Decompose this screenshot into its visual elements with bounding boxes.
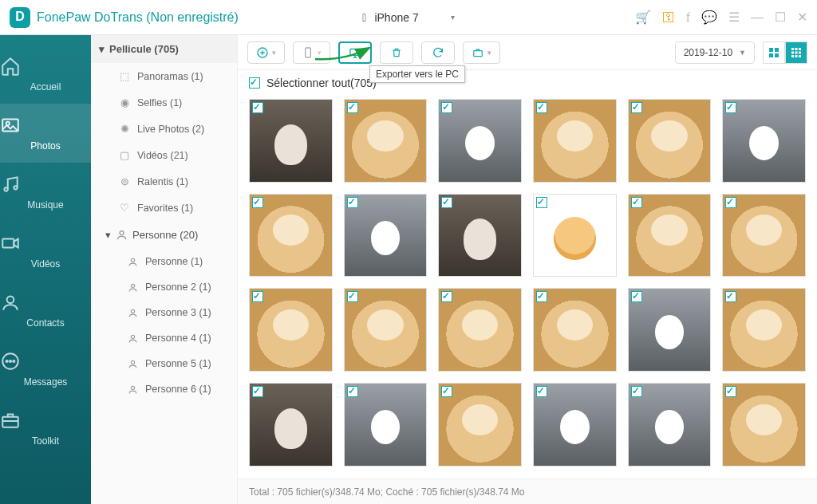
caret-down-icon: ▾ xyxy=(105,229,111,241)
select-all-label: Sélectionner tout(705) xyxy=(266,77,377,89)
folder-header-label: Pellicule (705) xyxy=(109,43,179,55)
photo-thumbnail[interactable] xyxy=(438,194,522,278)
device-selector[interactable]:  iPhone 7 ▾ xyxy=(322,7,495,28)
folder-item-person[interactable]: Personne 3 (1) xyxy=(91,300,237,325)
maximize-icon[interactable]: ☐ xyxy=(775,10,786,25)
thumb-checkbox[interactable] xyxy=(441,291,452,302)
sidebar-item-toolkit[interactable]: Toolkit xyxy=(0,399,91,458)
folder-item[interactable]: ▢Vidéos (21) xyxy=(91,142,237,168)
svg-point-15 xyxy=(131,335,134,338)
thumb-checkbox[interactable] xyxy=(347,197,358,208)
folder-item-person[interactable]: Personne (1) xyxy=(91,249,237,274)
photo-thumbnail[interactable] xyxy=(344,194,428,278)
thumb-checkbox[interactable] xyxy=(536,102,547,113)
thumb-checkbox[interactable] xyxy=(441,197,452,208)
view-large-button[interactable] xyxy=(763,41,785,64)
delete-button[interactable] xyxy=(380,41,413,64)
feedback-icon[interactable]: 💬 xyxy=(701,10,717,25)
thumb-checkbox[interactable] xyxy=(631,291,642,302)
minimize-icon[interactable]: — xyxy=(751,10,764,25)
thumb-checkbox[interactable] xyxy=(347,102,358,113)
svg-rect-27 xyxy=(795,48,798,50)
photo-thumbnail[interactable] xyxy=(722,194,806,278)
photo-thumbnail[interactable] xyxy=(438,383,522,467)
sidebar-item-home[interactable]: Accueil xyxy=(0,45,91,104)
thumb-checkbox[interactable] xyxy=(631,102,642,113)
toolbox-button[interactable]: ▾ xyxy=(463,41,500,64)
photo-thumbnail[interactable] xyxy=(533,383,617,467)
select-all-checkbox[interactable] xyxy=(249,77,260,89)
photo-thumbnail[interactable] xyxy=(628,288,712,372)
thumb-checkbox[interactable] xyxy=(631,386,642,397)
folder-header-pellicule[interactable]: ▾ Pellicule (705) xyxy=(91,35,237,63)
photo-thumbnail[interactable] xyxy=(628,383,712,467)
close-icon[interactable]: ✕ xyxy=(797,10,807,25)
folder-item[interactable]: ♡Favorites (1) xyxy=(91,195,237,221)
folder-item-person[interactable]: Personne 6 (1) xyxy=(91,376,237,402)
date-picker[interactable]: 2019-12-10 ▼ xyxy=(675,41,755,64)
svg-rect-22 xyxy=(769,48,773,52)
photo-thumbnail[interactable] xyxy=(438,288,522,372)
photo-thumbnail[interactable] xyxy=(249,99,333,183)
folder-header-personne[interactable]: ▾ Personne (20) xyxy=(91,221,237,249)
photo-thumbnail[interactable] xyxy=(533,288,617,372)
sidebar-item-contact[interactable]: Contacts xyxy=(0,281,91,340)
svg-rect-33 xyxy=(795,55,798,57)
folder-item-person[interactable]: Personne 4 (1) xyxy=(91,325,237,351)
refresh-button[interactable] xyxy=(421,41,455,64)
photo-thumbnail[interactable] xyxy=(344,99,428,183)
thumb-checkbox[interactable] xyxy=(347,386,358,397)
thumb-checkbox[interactable] xyxy=(252,386,263,397)
folder-item-label: Selfies (1) xyxy=(137,97,182,108)
svg-rect-21 xyxy=(474,50,483,56)
thumb-checkbox[interactable] xyxy=(725,386,736,397)
photo-thumbnail[interactable] xyxy=(249,194,333,278)
thumb-checkbox[interactable] xyxy=(536,197,547,208)
folder-item[interactable]: ◉Selfies (1) xyxy=(91,89,237,116)
photo-thumbnail[interactable] xyxy=(533,99,617,183)
menu-icon[interactable]: ☰ xyxy=(728,10,740,25)
thumb-checkbox[interactable] xyxy=(252,102,263,113)
photo-thumbnail[interactable] xyxy=(533,194,617,278)
thumb-checkbox[interactable] xyxy=(536,386,547,397)
photo-thumbnail[interactable] xyxy=(249,288,333,372)
sidebar-item-message[interactable]: Messages xyxy=(0,340,91,399)
export-pc-tooltip: Exporter vers le PC xyxy=(369,65,465,83)
photo-thumbnail[interactable] xyxy=(628,99,712,183)
photo-thumbnail[interactable] xyxy=(344,383,428,467)
thumb-checkbox[interactable] xyxy=(725,291,736,302)
photo-thumbnail[interactable] xyxy=(249,383,333,467)
photo-thumbnail[interactable] xyxy=(438,99,522,183)
thumb-checkbox[interactable] xyxy=(631,197,642,208)
thumb-checkbox[interactable] xyxy=(347,291,358,302)
add-button[interactable]: ▾ xyxy=(247,41,285,64)
folder-item[interactable]: ⊚Ralentis (1) xyxy=(91,168,237,195)
export-pc-button[interactable] xyxy=(338,41,372,64)
thumb-checkbox[interactable] xyxy=(252,197,263,208)
photo-thumbnail[interactable] xyxy=(722,383,806,467)
folder-item-person[interactable]: Personne 5 (1) xyxy=(91,351,237,376)
export-device-button[interactable]: ▾ xyxy=(293,41,330,64)
thumb-checkbox[interactable] xyxy=(725,102,736,113)
folder-item-person[interactable]: Personne 2 (1) xyxy=(91,274,237,300)
key-icon[interactable]: ⚿ xyxy=(662,10,675,25)
sidebar-item-music[interactable]: Musique xyxy=(0,163,91,222)
folder-item[interactable]: ✺Live Photos (2) xyxy=(91,116,237,142)
photo-thumbnail[interactable] xyxy=(628,194,712,278)
thumb-checkbox[interactable] xyxy=(441,386,452,397)
folder-item[interactable]: ⬚Panoramas (1) xyxy=(91,63,237,89)
view-small-button[interactable] xyxy=(785,41,807,64)
svg-rect-4 xyxy=(2,239,14,248)
photo-thumbnail[interactable] xyxy=(344,288,428,372)
sidebar-item-video[interactable]: Vidéos xyxy=(0,222,91,281)
thumb-checkbox[interactable] xyxy=(441,102,452,113)
photo-thumbnail[interactable] xyxy=(722,99,806,183)
message-icon xyxy=(0,351,91,372)
thumb-checkbox[interactable] xyxy=(252,291,263,302)
thumb-checkbox[interactable] xyxy=(725,197,736,208)
thumb-checkbox[interactable] xyxy=(536,291,547,302)
facebook-icon[interactable]: f xyxy=(686,10,690,25)
cart-icon[interactable]: 🛒 xyxy=(635,10,651,25)
photo-thumbnail[interactable] xyxy=(722,288,806,372)
sidebar-item-image[interactable]: Photos xyxy=(0,104,91,163)
